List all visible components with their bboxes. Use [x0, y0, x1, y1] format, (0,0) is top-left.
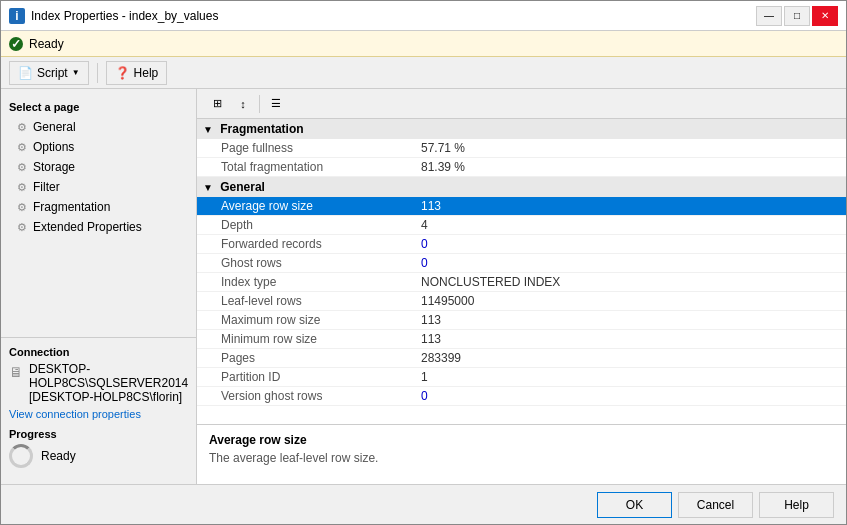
table-row: Minimum row size 113 — [197, 330, 846, 349]
footer: OK Cancel Help — [1, 484, 846, 524]
ok-button[interactable]: OK — [597, 492, 672, 518]
main-content: Select a page ⚙ General ⚙ Options ⚙ Stor… — [1, 89, 846, 484]
view-connection-link[interactable]: View connection properties — [9, 408, 188, 420]
row-label: Total fragmentation — [197, 158, 397, 177]
properties-table: ▼ Fragmentation Page fullness 57.71 % To… — [197, 119, 846, 424]
row-value: 113 — [397, 311, 846, 330]
icon-toolbar: ⊞ ↕ ☰ — [197, 89, 846, 119]
status-text: Ready — [29, 37, 64, 51]
toolbar: 📄 Script ▼ ❓ Help — [1, 57, 846, 89]
sidebar-item-filter[interactable]: ⚙ Filter — [1, 177, 196, 197]
sidebar-label-filter: Filter — [33, 180, 60, 194]
sort-button[interactable]: ↕ — [231, 93, 255, 115]
row-label: Ghost rows — [197, 254, 397, 273]
fragmentation-icon: ⚙ — [17, 201, 27, 214]
sidebar: Select a page ⚙ General ⚙ Options ⚙ Stor… — [1, 89, 197, 484]
row-value: 11495000 — [397, 292, 846, 311]
table-row: Forwarded records 0 — [197, 235, 846, 254]
row-label: Average row size — [197, 197, 397, 216]
row-value: 1 — [397, 368, 846, 387]
table-row: Depth 4 — [197, 216, 846, 235]
connection-server: DESKTOP-HOLP8CS\SQLSERVER2014 — [29, 362, 188, 390]
filter-icon: ⚙ — [17, 181, 27, 194]
table-row: Index type NONCLUSTERED INDEX — [197, 273, 846, 292]
title-bar: i Index Properties - index_by_values — □… — [1, 1, 846, 31]
sidebar-item-options[interactable]: ⚙ Options — [1, 137, 196, 157]
table-row: Maximum row size 113 — [197, 311, 846, 330]
sidebar-label-fragmentation: Fragmentation — [33, 200, 110, 214]
script-icon: 📄 — [18, 66, 33, 80]
storage-icon: ⚙ — [17, 161, 27, 174]
row-label: Depth — [197, 216, 397, 235]
list-view-button[interactable]: ☰ — [264, 93, 288, 115]
table-row-selected[interactable]: Average row size 113 — [197, 197, 846, 216]
sidebar-item-extended-properties[interactable]: ⚙ Extended Properties — [1, 217, 196, 237]
row-value: 4 — [397, 216, 846, 235]
general-toggle: ▼ — [203, 182, 213, 193]
progress-spinner — [9, 444, 33, 468]
row-value: 113 — [397, 330, 846, 349]
row-value: 81.39 % — [397, 158, 846, 177]
description-title: Average row size — [209, 433, 834, 447]
grid-view-button[interactable]: ⊞ — [205, 93, 229, 115]
table-row: Version ghost rows 0 — [197, 387, 846, 406]
row-label: Page fullness — [197, 139, 397, 158]
help-footer-button[interactable]: Help — [759, 492, 834, 518]
window-icon: i — [9, 8, 25, 24]
row-label: Minimum row size — [197, 330, 397, 349]
section-general-header[interactable]: ▼ General — [197, 177, 846, 198]
sidebar-item-fragmentation[interactable]: ⚙ Fragmentation — [1, 197, 196, 217]
row-value: 0 — [397, 387, 846, 406]
row-label: Pages — [197, 349, 397, 368]
table-row: Page fullness 57.71 % — [197, 139, 846, 158]
row-value: 0 — [397, 235, 846, 254]
cancel-button[interactable]: Cancel — [678, 492, 753, 518]
extended-icon: ⚙ — [17, 221, 27, 234]
fragmentation-section-label: Fragmentation — [220, 122, 303, 136]
row-label: Index type — [197, 273, 397, 292]
section-fragmentation-header[interactable]: ▼ Fragmentation — [197, 119, 846, 139]
content-area: ⊞ ↕ ☰ ▼ Fragmentation — [197, 89, 846, 484]
table-row: Total fragmentation 81.39 % — [197, 158, 846, 177]
row-label: Leaf-level rows — [197, 292, 397, 311]
table-row: Leaf-level rows 11495000 — [197, 292, 846, 311]
sidebar-label-storage: Storage — [33, 160, 75, 174]
window: i Index Properties - index_by_values — □… — [0, 0, 847, 525]
description-panel: Average row size The average leaf-level … — [197, 424, 846, 484]
table-row: Ghost rows 0 — [197, 254, 846, 273]
table-row: Pages 283399 — [197, 349, 846, 368]
general-icon: ⚙ — [17, 121, 27, 134]
script-label: Script — [37, 66, 68, 80]
progress-status: Ready — [41, 449, 76, 463]
script-dropdown-arrow: ▼ — [72, 68, 80, 77]
sidebar-item-general[interactable]: ⚙ General — [1, 117, 196, 137]
sidebar-label-general: General — [33, 120, 76, 134]
status-icon: ✓ — [9, 37, 23, 51]
maximize-button[interactable]: □ — [784, 6, 810, 26]
help-icon: ❓ — [115, 66, 130, 80]
row-value: 283399 — [397, 349, 846, 368]
row-value: 57.71 % — [397, 139, 846, 158]
row-label: Version ghost rows — [197, 387, 397, 406]
status-bar: ✓ Ready — [1, 31, 846, 57]
progress-title: Progress — [9, 428, 188, 440]
general-section-label: General — [220, 180, 265, 194]
close-button[interactable]: ✕ — [812, 6, 838, 26]
options-icon: ⚙ — [17, 141, 27, 154]
sidebar-item-storage[interactable]: ⚙ Storage — [1, 157, 196, 177]
script-button[interactable]: 📄 Script ▼ — [9, 61, 89, 85]
sidebar-bottom: Connection 🖥 DESKTOP-HOLP8CS\SQLSERVER20… — [1, 337, 196, 476]
description-text: The average leaf-level row size. — [209, 451, 834, 465]
help-button[interactable]: ❓ Help — [106, 61, 168, 85]
fragmentation-toggle: ▼ — [203, 124, 213, 135]
toolbar-separator — [97, 63, 98, 83]
row-value: 0 — [397, 254, 846, 273]
table-row: Partition ID 1 — [197, 368, 846, 387]
row-label: Maximum row size — [197, 311, 397, 330]
row-label: Partition ID — [197, 368, 397, 387]
window-title: Index Properties - index_by_values — [31, 9, 218, 23]
row-value: 113 — [397, 197, 846, 216]
connection-user: [DESKTOP-HOLP8CS\florin] — [29, 390, 188, 404]
connection-title: Connection — [9, 346, 188, 358]
minimize-button[interactable]: — — [756, 6, 782, 26]
